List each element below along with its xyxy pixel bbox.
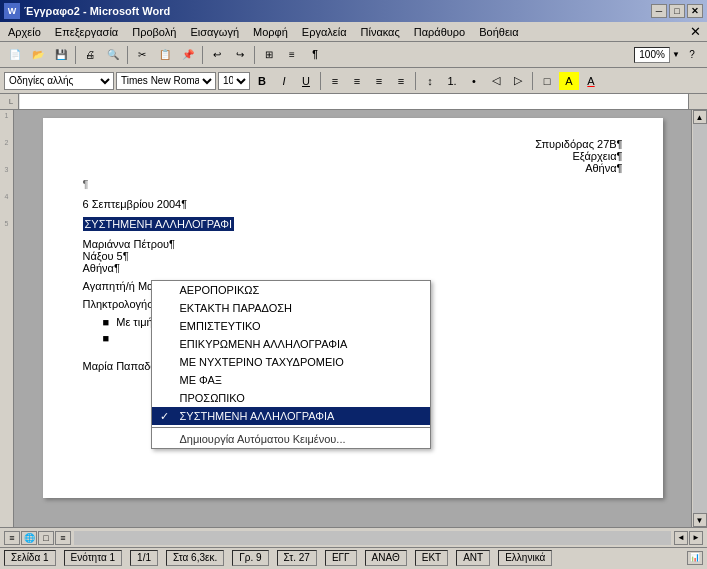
indent-less-button[interactable]: ◁ <box>486 72 506 90</box>
menu-insert[interactable]: Εισαγωγή <box>184 23 245 41</box>
close-button[interactable]: ✕ <box>687 4 703 18</box>
bullet-icon2: ■ <box>103 332 110 344</box>
horiz-scroll-track[interactable] <box>74 531 671 545</box>
address-line2: Εξάρχεια¶ <box>83 150 623 162</box>
status-ext: ΕΚΤ <box>415 550 448 566</box>
toolbar-sep4 <box>254 46 255 64</box>
menu-close-btn[interactable]: ✕ <box>686 24 705 39</box>
zoom-control[interactable]: 100% ▼ <box>634 47 680 63</box>
indent-more-button[interactable]: ▷ <box>508 72 528 90</box>
autocorrect-epikyr[interactable]: ΕΠΙΚΥΡΩΜΕΝΗ ΑΛΛΗΛΟΓΡΑΦΙΑ <box>152 335 430 353</box>
autocorrect-aerop[interactable]: ΑΕΡΟΠΟΡΙΚΩΣ <box>152 281 430 299</box>
menu-view[interactable]: Προβολή <box>126 23 182 41</box>
doc-date: 6 Σεπτεμβρίου 2004¶ <box>83 198 623 210</box>
outline-view-button[interactable]: ≡ <box>55 531 71 545</box>
line-spacing-button[interactable]: ↕ <box>420 72 440 90</box>
normal-view-button[interactable]: ≡ <box>4 531 20 545</box>
fmt-sep2 <box>415 72 416 90</box>
preview-button[interactable]: 🔍 <box>102 45 124 65</box>
print-button[interactable]: 🖨 <box>79 45 101 65</box>
autocorrect-prosop[interactable]: ΠΡΟΣΩΠΙΚΟ <box>152 389 430 407</box>
help-button[interactable]: ? <box>681 45 703 65</box>
align-left-button[interactable]: ≡ <box>325 72 345 90</box>
justify-button[interactable]: ≡ <box>391 72 411 90</box>
outside-border-button[interactable]: □ <box>537 72 557 90</box>
columns-button[interactable]: ≡ <box>281 45 303 65</box>
maximize-button[interactable]: □ <box>669 4 685 18</box>
recipient-city: Αθήνα¶ <box>83 262 623 274</box>
new-button[interactable]: 📄 <box>4 45 26 65</box>
document-page: Σπυριδόρας 27Β¶ Εξάρχεια¶ Αθήνα¶ ¶ 6 Σεπ… <box>43 118 663 498</box>
cut-button[interactable]: ✂ <box>131 45 153 65</box>
right-scrollbar[interactable]: ▲ ▼ <box>691 110 707 527</box>
paste-button[interactable]: 📌 <box>177 45 199 65</box>
undo-button[interactable]: ↩ <box>206 45 228 65</box>
autocorrect-fax[interactable]: ΜΕ ΦΑΞ <box>152 371 430 389</box>
autocorrect-empist[interactable]: ΕΜΠΙΣΤΕΥΤΙΚΟ <box>152 317 430 335</box>
menu-file[interactable]: Αρχείο <box>2 23 47 41</box>
fmt-sep1 <box>320 72 321 90</box>
style-select[interactable]: Οδηγίες αλλής <box>4 72 114 90</box>
scroll-right-button[interactable]: ► <box>689 531 703 545</box>
web-view-button[interactable]: 🌐 <box>21 531 37 545</box>
pilcrow-button[interactable]: ¶ <box>304 45 326 65</box>
open-button[interactable]: 📂 <box>27 45 49 65</box>
autocorrect-dropdown[interactable]: ΑΕΡΟΠΟΡΙΚΩΣ ΕΚΤΑΚΤΗ ΠΑΡΑΔΟΣΗ ΕΜΠΙΣΤΕΥΤΙΚ… <box>151 280 431 449</box>
status-ovr: ΑΝΤ <box>456 550 490 566</box>
redo-button[interactable]: ↪ <box>229 45 251 65</box>
highlight-button[interactable]: A <box>559 72 579 90</box>
menu-format[interactable]: Μορφή <box>247 23 294 41</box>
bold-button[interactable]: B <box>252 72 272 90</box>
status-icons: 📊 <box>687 551 703 565</box>
bullets-button[interactable]: • <box>464 72 484 90</box>
status-section: Ενότητα 1 <box>64 550 123 566</box>
menu-window[interactable]: Παράθυρο <box>408 23 471 41</box>
minimize-button[interactable]: ─ <box>651 4 667 18</box>
format-toolbar: Οδηγίες αλλής Times New Roman 10 B I U ≡… <box>0 68 707 94</box>
zoom-input[interactable]: 100% <box>634 47 670 63</box>
bullet-icon1: ■ <box>103 316 110 328</box>
status-icon1: 📊 <box>687 551 703 565</box>
scroll-down-button[interactable]: ▼ <box>693 513 707 527</box>
doc-heading-row: ΣΥΣΤΗΜΕΝΗ ΑΛΛΗΛΟΓΡΑΦΙ <box>83 218 623 230</box>
status-language: Ελληνικά <box>498 550 552 566</box>
menu-edit[interactable]: Επεξεργασία <box>49 23 124 41</box>
underline-button[interactable]: U <box>296 72 316 90</box>
save-button[interactable]: 💾 <box>50 45 72 65</box>
font-color-button[interactable]: A <box>581 72 601 90</box>
table-insert[interactable]: ⊞ <box>258 45 280 65</box>
window-title: Έγγραφο2 - Microsoft Word <box>24 5 170 17</box>
main-area: 1 2 3 4 5 Σπυριδόρας 27Β¶ Εξάρχεια¶ Αθήν… <box>0 110 707 527</box>
doc-recipient: Μαριάννα Πέτρου¶ Νάξου 5¶ Αθήνα¶ <box>83 238 623 274</box>
autocorrect-create[interactable]: Δημιουργία Αυτόματου Κειμένου... <box>152 430 430 448</box>
status-line: Γρ. 9 <box>232 550 268 566</box>
menu-table[interactable]: Πίνακας <box>355 23 406 41</box>
zoom-dropdown-icon[interactable]: ▼ <box>672 50 680 59</box>
app-icon: W <box>4 3 20 19</box>
status-rec: ΕΓΓ <box>325 550 357 566</box>
title-bar: W Έγγραφο2 - Microsoft Word ─ □ ✕ <box>0 0 707 22</box>
document-area[interactable]: Σπυριδόρας 27Β¶ Εξάρχεια¶ Αθήνα¶ ¶ 6 Σεπ… <box>14 110 691 527</box>
autocorrect-ektakti[interactable]: ΕΚΤΑΚΤΗ ΠΑΡΑΔΟΣΗ <box>152 299 430 317</box>
autocorrect-nyxt[interactable]: ΜΕ ΝΥΧΤΕΡΙΝΟ ΤΑΧΥΔΡΟΜΕΙΟ <box>152 353 430 371</box>
scroll-left-button[interactable]: ◄ <box>674 531 688 545</box>
address-line3: Αθήνα¶ <box>83 162 623 174</box>
left-ruler: 1 2 3 4 5 <box>0 110 14 527</box>
italic-button[interactable]: I <box>274 72 294 90</box>
print-view-button[interactable]: □ <box>38 531 54 545</box>
copy-button[interactable]: 📋 <box>154 45 176 65</box>
status-page: Σελίδα 1 <box>4 550 56 566</box>
autocorrect-syst[interactable]: ΣΥΣΤΗΜΕΝΗ ΑΛΛΗΛΟΓΡΑΦΙΑ <box>152 407 430 425</box>
align-right-button[interactable]: ≡ <box>369 72 389 90</box>
menu-help[interactable]: Βοήθεια <box>473 23 524 41</box>
scroll-track[interactable] <box>693 124 707 513</box>
numbering-button[interactable]: 1. <box>442 72 462 90</box>
align-center-button[interactable]: ≡ <box>347 72 367 90</box>
toolbar-sep3 <box>202 46 203 64</box>
font-select[interactable]: Times New Roman <box>116 72 216 90</box>
menu-tools[interactable]: Εργαλεία <box>296 23 353 41</box>
window-controls[interactable]: ─ □ ✕ <box>651 4 703 18</box>
doc-heading: ΣΥΣΤΗΜΕΝΗ ΑΛΛΗΛΟΓΡΑΦΙ <box>83 217 235 231</box>
size-select[interactable]: 10 <box>218 72 250 90</box>
scroll-up-button[interactable]: ▲ <box>693 110 707 124</box>
